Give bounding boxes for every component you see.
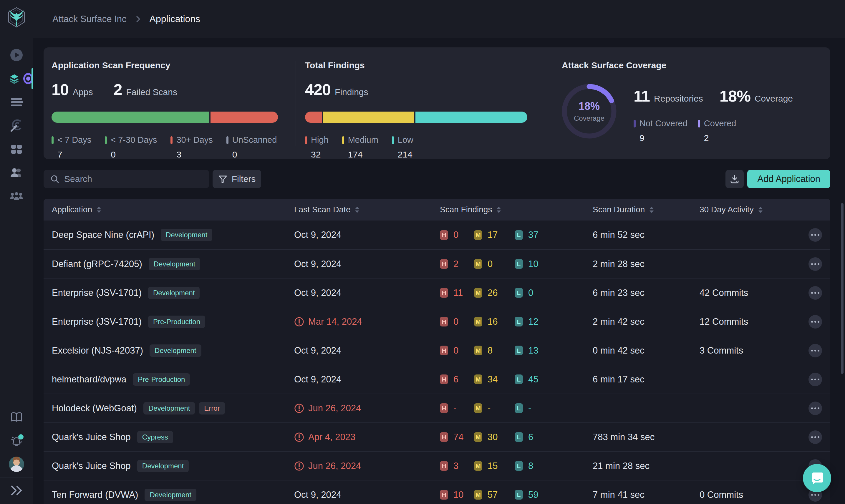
total-findings-section: Total Findings 420Findings High32Medium1… [296, 48, 545, 159]
low-count: 37 [528, 230, 538, 240]
play-icon [10, 48, 23, 62]
table-row[interactable]: Ten Forward (DVWA) Development Oct 9, 20… [43, 480, 830, 504]
app-badges: Pre-Production [148, 316, 205, 328]
row-actions-button[interactable] [809, 315, 822, 328]
stat-label: Failed Scans [126, 87, 177, 97]
bar-segment [52, 112, 209, 123]
row-actions-button[interactable] [809, 286, 822, 300]
table-row[interactable]: Quark's Juice Shop Cypress Apr 4, 2023 H… [43, 422, 830, 451]
legend-value: 0 [232, 149, 277, 159]
sidebar-item-scans[interactable] [0, 43, 33, 67]
stat-label: Coverage [755, 94, 793, 104]
legend-label: Covered [704, 119, 736, 128]
legend-marker-icon [392, 136, 394, 144]
sidebar-item-profile[interactable] [0, 452, 33, 476]
scan-overdue-icon [294, 461, 304, 471]
chat-widget-button[interactable] [803, 464, 831, 492]
sidebar-item-applications[interactable] [0, 67, 33, 90]
stat-value: 11 [634, 87, 650, 105]
sort-icon[interactable] [497, 207, 501, 213]
total-findings-stats: 420Findings [305, 80, 527, 98]
scan-duration-cell: 21 min 28 sec [593, 461, 700, 471]
export-button[interactable] [725, 170, 744, 188]
column-header-scan-findings[interactable]: Scan Findings [440, 205, 593, 214]
app-badges: DevelopmentError [143, 402, 225, 414]
sort-icon[interactable] [97, 207, 101, 213]
row-actions-button[interactable] [809, 373, 822, 386]
sidebar-item-notifications[interactable] [0, 429, 33, 452]
sidebar-item-targets[interactable] [0, 114, 33, 138]
brand-logo-icon[interactable] [7, 6, 26, 28]
search-box[interactable] [43, 170, 209, 188]
table-row[interactable]: Excelsior (NJS-42037) Development Oct 9,… [43, 336, 830, 365]
column-header-application[interactable]: Application [52, 205, 294, 214]
row-actions-button[interactable] [809, 257, 822, 271]
table-row[interactable]: Holodeck (WebGoat) DevelopmentError Jun … [43, 394, 830, 422]
sort-icon[interactable] [355, 207, 359, 213]
application-name: helmethard/dvpwa [52, 374, 126, 385]
sidebar-item-teams[interactable] [0, 184, 33, 208]
sidebar-item-users[interactable] [0, 161, 33, 184]
filter-funnel-icon [218, 174, 228, 184]
row-actions-button[interactable] [809, 344, 822, 357]
medium-severity-icon: M [474, 317, 482, 326]
sidebar-item-docs[interactable] [0, 406, 33, 429]
scan-duration: 2 min 28 sec [593, 259, 645, 269]
activity-value: 42 Commits [700, 288, 748, 298]
sort-icon[interactable] [649, 207, 654, 213]
add-application-button[interactable]: Add Application [747, 170, 830, 188]
medium-severity-icon: M [474, 375, 482, 384]
sidebar [0, 0, 33, 504]
sort-icon[interactable] [758, 207, 762, 213]
card-title: Application Scan Frequency [52, 60, 278, 70]
legend-value: 32 [311, 149, 328, 159]
donut-label: Coverage [574, 114, 605, 123]
column-header-last-scan-date[interactable]: Last Scan Date [294, 205, 440, 214]
legend-item: Covered2 [698, 119, 736, 143]
card-title: Attack Surface Coverage [562, 60, 813, 70]
table-row[interactable]: helmethard/dvpwa Pre-Production Oct 9, 2… [43, 365, 830, 394]
table-row[interactable]: Quark's Juice Shop Development Jun 26, 2… [43, 451, 830, 480]
activity-cell: 12 Commits [700, 317, 795, 327]
column-header-scan-duration[interactable]: Scan Duration [593, 205, 700, 214]
table-body: Deep Space Nine (crAPI) Development Oct … [43, 220, 830, 504]
scan-findings-cell: H- M- L- [440, 403, 593, 414]
table-row[interactable]: Defiant (gRPC-74205) Development Oct 9, … [43, 249, 830, 278]
search-input[interactable] [64, 174, 194, 184]
column-label: Scan Findings [440, 205, 492, 214]
scan-duration-cell: 7 min 41 sec [593, 490, 700, 500]
stat: 2Failed Scans [113, 80, 177, 98]
filters-button[interactable]: Filters [213, 170, 261, 188]
row-actions-button[interactable] [809, 430, 822, 444]
table-row[interactable]: Enterprise (JSV-1701) Pre-Production Mar… [43, 307, 830, 336]
sidebar-item-inventory[interactable] [0, 138, 33, 161]
scan-date-cell: Oct 9, 2024 [294, 345, 440, 356]
chat-bubble-icon [810, 471, 824, 485]
high-severity-icon: H [440, 403, 448, 413]
breadcrumb-org[interactable]: Attack Surface Inc [52, 14, 127, 24]
sidebar-item-list[interactable] [0, 90, 33, 114]
row-actions-button[interactable] [809, 401, 822, 415]
scan-duration-cell: 6 min 17 sec [593, 374, 700, 385]
row-actions-button[interactable] [809, 228, 822, 242]
scan-date-cell: Oct 9, 2024 [294, 259, 440, 269]
column-header-30-day-activity[interactable]: 30 Day Activity [700, 205, 795, 214]
scrollbar-thumb[interactable] [841, 203, 844, 374]
team-icon [10, 189, 23, 203]
activity-cell: 42 Commits [700, 288, 795, 298]
user-avatar[interactable] [9, 456, 24, 472]
donut-percent: 18% [578, 100, 600, 112]
low-severity-icon: L [515, 461, 523, 471]
sidebar-expand-button[interactable] [0, 482, 33, 499]
stat-value: 18% [720, 87, 751, 105]
activity-value: 12 Commits [700, 317, 748, 327]
sidebar-divider [0, 478, 33, 478]
scan-date-cell: Oct 9, 2024 [294, 490, 440, 500]
app-badges: Pre-Production [133, 373, 190, 386]
table-row[interactable]: Deep Space Nine (crAPI) Development Oct … [43, 220, 830, 249]
stat: 11Repositories [634, 87, 703, 105]
stat: 10Apps [52, 80, 93, 98]
scan-duration-cell: 2 min 28 sec [593, 259, 700, 269]
table-row[interactable]: Enterprise (JSV-1701) Development Oct 9,… [43, 278, 830, 307]
medium-count: 17 [488, 230, 498, 240]
